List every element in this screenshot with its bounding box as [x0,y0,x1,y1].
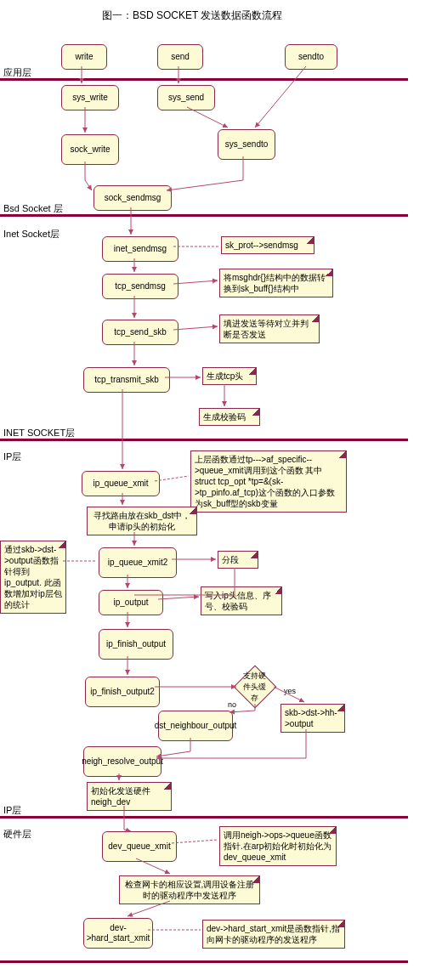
box-ip_finish_output2: ip_finish_output2 [85,677,160,707]
note-gen_chk: 生成校验码 [199,408,260,426]
lbl-no: no [228,700,236,709]
box-sock_sendmsg: sock_sendmsg [94,185,172,211]
decision-hw-cache: 支持硬件头缓存 [234,666,277,709]
note-init_neigh: 初始化发送硬件neigh_dev [87,782,172,811]
svg-line-2 [255,66,306,127]
rule [0,960,408,963]
box-ip_queue_xmit2: ip_queue_xmit2 [99,547,177,578]
layer-ip: IP层 [3,450,21,463]
box-ip_queue_xmit: ip_queue_xmit [82,471,160,496]
box-sendto: sendto [285,44,337,70]
chart-title: 图一：BSD SOCKET 发送数据函数流程 [102,8,282,23]
box-tcp_send_skb: tcp_send_skb [102,320,178,345]
note-skb_hh: skb->dst->hh->output [280,704,345,733]
note-gen_tcp: 生成tcp头 [202,367,257,385]
note-wait: 填进发送等待对立并判断是否发送 [219,314,320,343]
box-sys_send: sys_send [157,85,215,110]
layer-hw: 硬件层 [3,828,31,841]
box-write: write [61,44,107,70]
note-msghdr: 将msghdr{}结构中的数据转换到sk_buff{}结构中 [219,269,333,297]
rule [0,78,408,81]
rule [0,816,408,819]
box-sys_sendto: sys_sendto [218,129,275,160]
flowchart-canvas: 图一：BSD SOCKET 发送数据函数流程 应用层 Bsd Socket 层 … [0,0,425,980]
rule [0,439,408,441]
layer-inet: Inet Socket层 [3,228,60,241]
svg-line-10 [173,326,218,330]
note-neigh_ops: 调用neigh->ops->queue函数指针.在arp初始化时初始化为dev_… [219,826,337,866]
box-dev_queue_xmit: dev_queue_xmit [102,831,177,862]
layer-inet2: INET SOCKET层 [3,427,75,439]
box-neigh_resolve_output: neigh_resolve_output [83,746,162,777]
box-tcp_transmit_skb: tcp_transmit_skb [83,367,170,393]
note-hard_ptr: dev->hard_start_xmit是函数指针,指向网卡的驱动程序的发送程序 [202,920,345,949]
box-dst_neighbour_output: dst_neighbour_output [158,711,233,741]
layer-ip2: IP层 [3,804,21,817]
note-frag: 分段 [218,551,258,569]
note-af_specific: 上层函数通过tp--->af_specific-->queue_xmit调用到这… [190,450,347,513]
note-sk_prot: sk_prot-->sendmsg [221,236,314,254]
svg-line-14 [155,476,189,481]
box-send: send [157,44,203,70]
box-sys_write: sys_write [61,85,119,110]
layer-app: 应用层 [3,66,31,79]
box-sock_write: sock_write [61,134,119,165]
box-ip_finish_output: ip_finish_output [99,629,173,660]
note-nic: 检查网卡的相应设置,调用设备注册时的驱动程序中发送程序 [119,875,260,904]
box-ip_output: ip_output [99,590,163,615]
box-hard_start_xmit: dev->hard_start_xmit [83,918,153,949]
box-inet_sendmsg: inet_sendmsg [102,236,178,262]
svg-line-20 [158,597,199,599]
svg-line-26 [172,840,218,843]
svg-line-8 [173,280,218,284]
box-tcp_sendmsg: tcp_sendmsg [102,274,178,299]
lbl-yes: yes [284,687,296,695]
note-route: 寻找路由放在skb_dst中，申请ip头的初始化 [87,507,197,535]
note-skb_output: 通过skb->dst->output函数指针得到ip_output. 此函数增加… [0,541,66,614]
rule [0,214,408,217]
note-ip_info: 写入ip头信息、序号、校验码 [201,586,282,615]
layer-bsd: Bsd Socket 层 [3,202,63,215]
